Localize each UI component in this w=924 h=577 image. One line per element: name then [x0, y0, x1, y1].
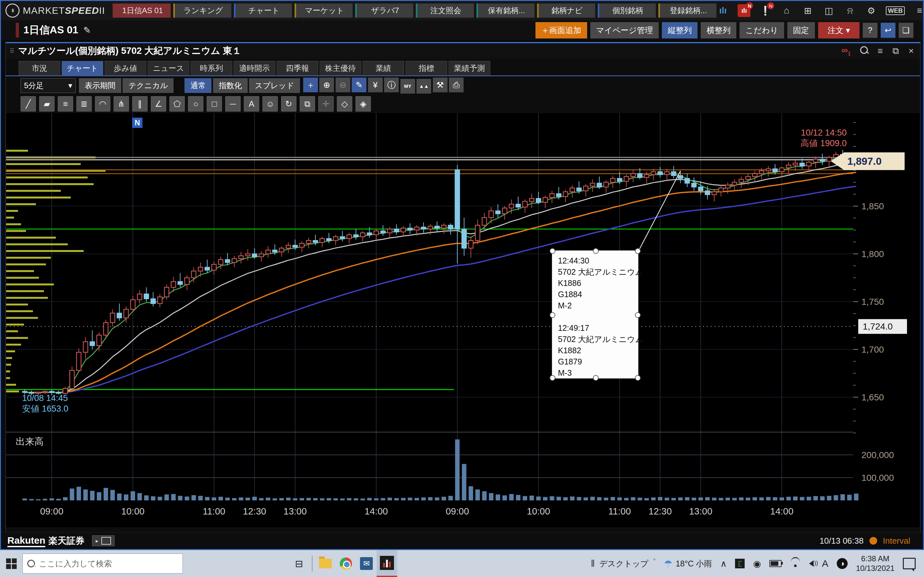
zoom-out-icon[interactable]: ⊖	[336, 77, 351, 92]
page-button[interactable]: 横整列	[701, 22, 736, 39]
volume-icon[interactable]	[809, 560, 814, 567]
tab-適時開示[interactable]: 適時開示	[234, 61, 275, 75]
zoom-in-icon[interactable]: ⊕	[319, 77, 334, 92]
info-icon[interactable]: ⓘ	[384, 77, 399, 92]
action-center-icon[interactable]	[903, 558, 916, 569]
yen-icon[interactable]: ¥	[368, 77, 383, 92]
page-button[interactable]: 縦整列	[662, 22, 698, 39]
market-pulse-icon[interactable]: ılı	[716, 4, 729, 17]
chart-note[interactable]: 12:44:305702 大紀アルミニウムK1886G1884M-2 12:49…	[552, 250, 638, 379]
bell-icon[interactable]: ⍾	[843, 4, 856, 17]
vertical-lines-icon[interactable]: ∥	[132, 96, 148, 111]
tool-window-titlebar[interactable]: ⠿ マルチツール(個別銘柄) 5702 大紀アルミニウム 東１ ∞1 ≡ ⧉ ×	[6, 43, 920, 59]
print-icon[interactable]: ⎙	[449, 77, 464, 92]
settings-gear-icon[interactable]: ⚙	[865, 4, 877, 17]
page-button[interactable]: 注文 ▾	[818, 22, 860, 39]
rectangle-icon[interactable]: □	[207, 96, 222, 111]
interval-select[interactable]: 5分足▾	[21, 78, 76, 93]
ellipse-icon[interactable]: ○	[188, 96, 204, 111]
top-tab-チャート[interactable]: チャート	[234, 3, 292, 18]
duplicate-icon[interactable]: ⧉	[300, 96, 315, 111]
horizontal-lines-3-icon[interactable]: ≡	[58, 96, 73, 111]
top-tab-保有銘柄...[interactable]: 保有銘柄...	[477, 3, 535, 18]
my-chart-icon[interactable]: MY	[401, 79, 415, 93]
top-tab-ザラバ7[interactable]: ザラバ7	[355, 3, 413, 18]
hand-pan-icon[interactable]: ✛	[318, 96, 334, 111]
top-tab-個別銘柄[interactable]: 個別銘柄	[598, 3, 656, 18]
top-tab-注文照会[interactable]: 注文照会	[416, 3, 474, 18]
page-button[interactable]: こだわり	[740, 22, 784, 39]
mode-button-スプレッド[interactable]: スプレッド	[249, 78, 300, 93]
home-icon[interactable]: ⌂	[780, 4, 793, 17]
toolbar-button-テクニカル[interactable]: テクニカル	[123, 78, 174, 93]
camera-icon[interactable]: ◉	[753, 558, 761, 569]
ime-icon[interactable]: ◑	[837, 558, 848, 569]
tab-指標[interactable]: 指標	[405, 61, 447, 75]
web-link-icon[interactable]: WEB	[886, 6, 905, 15]
page-button[interactable]: ＋画面追加	[535, 22, 587, 39]
top-tab-マーケット[interactable]: マーケット	[294, 3, 352, 18]
tab-四季報[interactable]: 四季報	[276, 61, 318, 75]
horizontal-segment-icon[interactable]: ─	[225, 96, 241, 111]
tray-chevron-icon[interactable]: ∧	[720, 558, 727, 569]
tray-app-icon[interactable]: ⣏	[735, 559, 745, 568]
top-tab-1日信AS 01[interactable]: 1日信AS 01	[113, 3, 171, 18]
note-handle[interactable]	[593, 375, 599, 381]
file-explorer-button[interactable]	[315, 550, 336, 577]
top-tab-登録銘柄...[interactable]: 登録銘柄...	[658, 3, 716, 18]
eraser-icon[interactable]: ◇	[337, 96, 352, 111]
tab-歩み値[interactable]: 歩み値	[105, 61, 146, 75]
dock-toggle[interactable]: ▸	[92, 535, 115, 546]
task-view-button[interactable]: ⊟	[289, 550, 309, 577]
tab-市況[interactable]: 市況	[19, 61, 60, 75]
draw-pencil-icon[interactable]: ✎	[352, 77, 367, 92]
pitchfork-icon[interactable]: ⋔	[113, 96, 129, 111]
text-annotation-icon[interactable]: A	[244, 96, 259, 111]
wifi-icon[interactable]	[790, 560, 801, 567]
parallel-channel-icon[interactable]: ▰	[39, 96, 55, 111]
page-button[interactable]: ?	[863, 23, 877, 38]
mode-button-指数化[interactable]: 指数化	[213, 78, 248, 93]
eraser-all-icon[interactable]: ◈	[355, 96, 371, 111]
tab-業績予測[interactable]: 業績予測	[449, 61, 490, 75]
time-cycle-icon[interactable]: ↻	[281, 96, 296, 111]
taskbar-search[interactable]: ここに入力して検索	[23, 554, 183, 574]
crosshair-icon[interactable]: ＋	[303, 77, 318, 92]
chart-area[interactable]: 1,6501,7001,7501,8001,850100,000200,0000…	[6, 113, 920, 527]
note-handle[interactable]	[593, 248, 599, 254]
tab-業績[interactable]: 業績	[363, 61, 404, 75]
chart-alert-icon[interactable]: ılıN	[738, 4, 750, 17]
battery-icon[interactable]	[769, 560, 782, 567]
window-menu-icon[interactable]: ≡	[877, 46, 883, 56]
marketspeed-taskbar-button[interactable]	[376, 550, 397, 577]
link-group-icon[interactable]: ∞1	[841, 45, 851, 57]
note-handle[interactable]	[635, 312, 641, 318]
pentagon-icon[interactable]: ⬠	[170, 96, 185, 111]
taskbar-clock[interactable]: 6:38 AM 10/13/2021	[856, 554, 895, 573]
top-tab-ランキング[interactable]: ランキング	[173, 3, 231, 18]
page-button[interactable]: マイページ管理	[590, 22, 659, 39]
tab-チャート[interactable]: チャート	[61, 61, 103, 75]
trend-line-icon[interactable]: ╱	[21, 96, 36, 111]
edit-page-pencil-icon[interactable]: ✎	[83, 25, 91, 35]
toolbar-button-表示期間[interactable]: 表示期間	[79, 78, 121, 93]
ime-mode-label[interactable]: A	[822, 558, 829, 569]
top-tab-銘柄ナビ[interactable]: 銘柄ナビ	[537, 3, 595, 18]
add-screen-icon[interactable]: ⊞	[801, 4, 814, 17]
chart-canvas[interactable]: 1,6501,7001,7501,8001,850100,000200,0000…	[6, 113, 920, 527]
icon-stamp-icon[interactable]: ☺	[262, 96, 278, 111]
tab-株主優待[interactable]: 株主優待	[320, 61, 361, 75]
page-button[interactable]: ↩	[881, 23, 895, 38]
notification-alert-icon[interactable]: ❕N	[759, 4, 772, 17]
menu-hamburger-icon[interactable]: ≡	[913, 4, 924, 17]
area-chart-icon[interactable]: ▲▲	[417, 79, 431, 93]
tab-時系列[interactable]: 時系列	[191, 61, 232, 75]
mail-button[interactable]: ✉	[356, 550, 376, 577]
desktop-toolbar[interactable]: ‖ デスクトップ »	[591, 558, 656, 569]
drag-grip-icon[interactable]: ⠿	[10, 47, 15, 55]
page-button[interactable]: ❏	[899, 23, 913, 38]
note-handle[interactable]	[549, 375, 556, 381]
weather-widget[interactable]: ☂ 18°C 小雨	[664, 558, 712, 569]
note-handle[interactable]	[635, 375, 641, 381]
media-icon[interactable]: ◫	[822, 4, 835, 17]
